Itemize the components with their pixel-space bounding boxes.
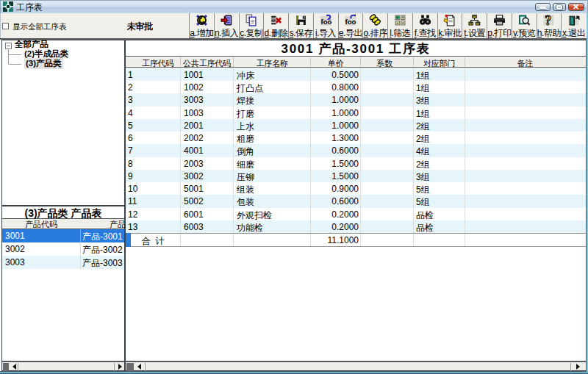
svg-text:foo: foo <box>320 18 331 26</box>
svg-text:foo: foo <box>345 18 356 26</box>
svg-text:?: ? <box>545 14 552 26</box>
